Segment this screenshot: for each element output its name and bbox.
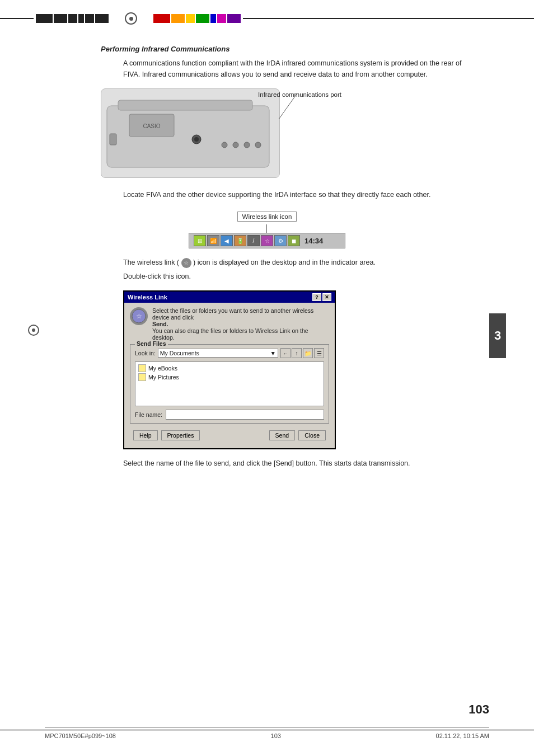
lookin-label: Look in: [135, 350, 156, 356]
dialog-title: Wireless Link [128, 294, 167, 300]
svg-point-6 [222, 142, 227, 148]
list-item[interactable]: My eBooks [137, 364, 322, 373]
tray-icon-3: ◀ [221, 235, 233, 246]
svg-rect-1 [118, 100, 252, 110]
ir-port-label: Infrared communications port [258, 91, 341, 98]
filename-label: File name: [135, 411, 162, 418]
tray-icon-2: 📶 [207, 235, 219, 246]
tray-icon-5: ⚙ [274, 235, 287, 246]
send-files-group: Send Files Look in: My Documents ▼ ← ↑ 📁 [130, 344, 329, 424]
dialog-footer: Help Properties Send Close [130, 428, 329, 444]
wireless-desc-2: ) icon is displayed on the desktop and i… [193, 259, 376, 266]
svg-point-8 [244, 142, 250, 148]
deco-center-circle [125, 12, 137, 25]
wireless-icon-inline: ☆ [181, 258, 191, 268]
select-text: Select the name of the file to send, and… [123, 458, 478, 469]
taskbar-screenshot: ⊞ 📶 ◀ 🔋 / ☆ ⚙ ◼ 14:34 [189, 233, 345, 248]
wireless-label-container: Wireless link icon [237, 212, 297, 233]
lookin-toolbar: ← ↑ 📁 ☰ [280, 348, 324, 358]
wireless-description: The wireless link ( ☆ ) icon is displaye… [123, 257, 478, 268]
locate-text: Locate FIVA and the other device support… [123, 189, 478, 200]
arrow-connector-line [266, 224, 267, 233]
svg-point-5 [194, 137, 199, 142]
list-item[interactable]: My Pictures [137, 373, 322, 382]
left-circle-marker [28, 325, 39, 336]
page-number: 103 [469, 702, 489, 717]
page-content: 3 Performing Infrared Communications A c… [45, 45, 489, 700]
filename-row: File name: [135, 410, 324, 420]
filename-input[interactable] [166, 410, 324, 420]
folder-icon-2 [138, 373, 146, 381]
device-illustration-container: CASIO Infrared communications port [101, 88, 336, 178]
file-name-2: My Pictures [148, 374, 179, 381]
dialog-title-buttons[interactable]: ? ✕ [312, 293, 331, 301]
wireless-desc-1: The wireless link ( [123, 259, 179, 266]
dialog-titlebar: Wireless Link ? ✕ [124, 292, 335, 303]
double-click-text: Double-click this icon. [123, 271, 478, 282]
view-button[interactable]: ☰ [314, 348, 324, 358]
back-button[interactable]: ← [280, 348, 291, 358]
svg-point-9 [255, 142, 261, 148]
deco-right-line [243, 18, 534, 19]
deco-block [68, 14, 77, 23]
wireless-link-label: Wireless link icon [242, 213, 292, 220]
wireless-link-label-box: Wireless link icon [237, 212, 297, 222]
deco-left-line [0, 18, 34, 19]
taskbar-icons: ⊞ 📶 ◀ 🔋 / ☆ ⚙ ◼ [194, 235, 300, 246]
lookin-value: My Documents [160, 350, 199, 356]
lookin-row: Look in: My Documents ▼ ← ↑ 📁 ☰ [135, 348, 324, 358]
group-title: Send Files [135, 340, 168, 347]
deco-blocks-dark-left [36, 14, 109, 23]
deco-block [54, 14, 67, 23]
intro-text: A communications function compliant with… [123, 58, 478, 80]
dialog-info-text: Select the files or folders you want to … [152, 307, 329, 341]
tray-icon-battery: 🔋 [234, 235, 246, 246]
dialog-close-button[interactable]: ✕ [322, 293, 331, 301]
deco-block-green [196, 14, 209, 23]
file-list: My eBooks My Pictures [135, 361, 324, 406]
footer-right: 02.11.22, 10:15 AM [436, 732, 489, 739]
send-button[interactable]: Send [269, 430, 296, 440]
close-button[interactable]: Close [298, 430, 326, 440]
lookin-dropdown-arrow[interactable]: ▼ [270, 350, 276, 356]
help-button[interactable]: Help [133, 430, 158, 440]
deco-block [95, 14, 109, 23]
chapter-tab: 3 [489, 313, 506, 358]
deco-block [78, 14, 84, 23]
file-name-1: My eBooks [148, 365, 177, 372]
ir-port-label-container: Infrared communications port [258, 91, 341, 98]
tray-icon-1: ⊞ [194, 235, 206, 246]
deco-center-dot [129, 17, 133, 21]
deco-block-purple [227, 14, 241, 23]
folder-icon-1 [138, 364, 146, 372]
tray-icon-wireless: ☆ [261, 235, 273, 246]
wireless-link-dialog: Wireless Link ? ✕ ☆ Se [123, 290, 336, 449]
footer-left-buttons: Help Properties [133, 430, 200, 440]
lookin-select[interactable]: My Documents ▼ [158, 349, 278, 358]
dialog-info-row: ☆ Select the files or folders you want t… [130, 307, 329, 341]
footer-right-buttons: Send Close [269, 430, 326, 440]
dialog-info-line3: You can also drag the files or folders t… [152, 327, 329, 341]
dialog-info-line1: Select the files or folders you want to … [152, 307, 329, 321]
properties-button[interactable]: Properties [161, 430, 200, 440]
deco-block-orange [171, 14, 185, 23]
svg-text:CASIO: CASIO [143, 123, 160, 129]
device-svg: CASIO [101, 88, 280, 178]
tray-icon-slash: / [247, 235, 260, 246]
up-folder-button[interactable]: ↑ [292, 348, 302, 358]
tray-icon-6: ◼ [288, 235, 300, 246]
dialog-info-line2: Send. [152, 321, 329, 327]
deco-blocks-color-right [153, 14, 241, 23]
dialog-body: ☆ Select the files or folders you want t… [124, 303, 335, 448]
deco-block-red [153, 14, 170, 23]
dialog-help-button[interactable]: ? [312, 293, 321, 301]
deco-block [85, 14, 94, 23]
deco-block-yellow [186, 14, 195, 23]
svg-point-7 [233, 142, 238, 148]
taskbar-time: 14:34 [305, 237, 323, 245]
dialog-window: Wireless Link ? ✕ ☆ Se [123, 290, 336, 449]
wireless-icon-svg: ☆ [131, 308, 147, 324]
footer-left: MPC701M50E#p099~108 [45, 732, 116, 739]
new-folder-button[interactable]: 📁 [303, 348, 313, 358]
taskbar-container: Wireless link icon ⊞ 📶 ◀ 🔋 / ☆ ⚙ ◼ 14:34 [45, 212, 489, 248]
